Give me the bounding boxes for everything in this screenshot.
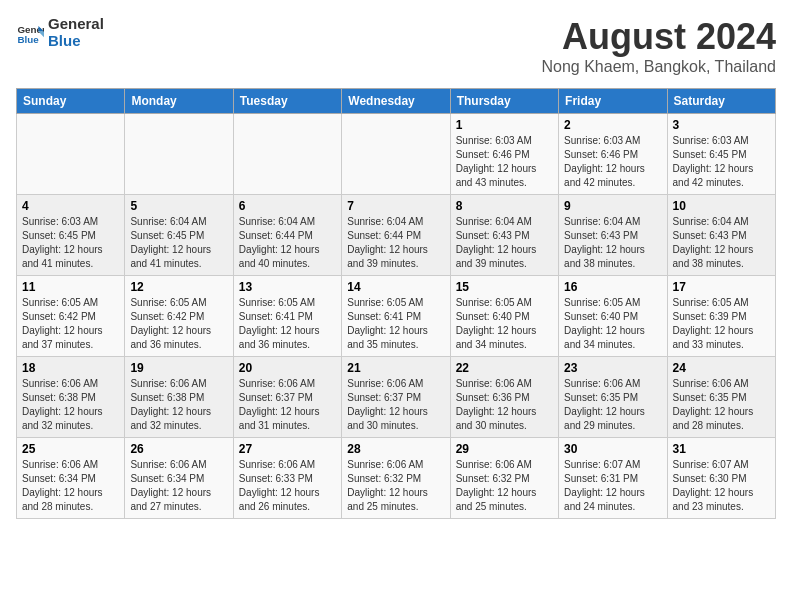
day-number: 2	[564, 118, 661, 132]
day-info: Sunrise: 6:07 AM Sunset: 6:30 PM Dayligh…	[673, 458, 770, 514]
day-cell: 22Sunrise: 6:06 AM Sunset: 6:36 PM Dayli…	[450, 357, 558, 438]
day-number: 19	[130, 361, 227, 375]
header: General Blue General Blue August 2024 No…	[16, 16, 776, 76]
day-number: 1	[456, 118, 553, 132]
day-number: 25	[22, 442, 119, 456]
calendar-title: August 2024	[541, 16, 776, 58]
day-cell	[17, 114, 125, 195]
day-info: Sunrise: 6:03 AM Sunset: 6:46 PM Dayligh…	[456, 134, 553, 190]
day-number: 4	[22, 199, 119, 213]
day-cell: 4Sunrise: 6:03 AM Sunset: 6:45 PM Daylig…	[17, 195, 125, 276]
day-number: 6	[239, 199, 336, 213]
day-info: Sunrise: 6:05 AM Sunset: 6:40 PM Dayligh…	[456, 296, 553, 352]
day-number: 13	[239, 280, 336, 294]
day-number: 18	[22, 361, 119, 375]
week-row-5: 25Sunrise: 6:06 AM Sunset: 6:34 PM Dayli…	[17, 438, 776, 519]
day-info: Sunrise: 6:06 AM Sunset: 6:32 PM Dayligh…	[456, 458, 553, 514]
day-cell: 5Sunrise: 6:04 AM Sunset: 6:45 PM Daylig…	[125, 195, 233, 276]
day-info: Sunrise: 6:03 AM Sunset: 6:46 PM Dayligh…	[564, 134, 661, 190]
day-number: 9	[564, 199, 661, 213]
day-cell: 11Sunrise: 6:05 AM Sunset: 6:42 PM Dayli…	[17, 276, 125, 357]
day-cell: 21Sunrise: 6:06 AM Sunset: 6:37 PM Dayli…	[342, 357, 450, 438]
weekday-header-monday: Monday	[125, 89, 233, 114]
day-info: Sunrise: 6:06 AM Sunset: 6:36 PM Dayligh…	[456, 377, 553, 433]
day-number: 8	[456, 199, 553, 213]
day-info: Sunrise: 6:05 AM Sunset: 6:40 PM Dayligh…	[564, 296, 661, 352]
day-info: Sunrise: 6:06 AM Sunset: 6:33 PM Dayligh…	[239, 458, 336, 514]
calendar-subtitle: Nong Khaem, Bangkok, Thailand	[541, 58, 776, 76]
weekday-header-friday: Friday	[559, 89, 667, 114]
day-cell: 1Sunrise: 6:03 AM Sunset: 6:46 PM Daylig…	[450, 114, 558, 195]
day-number: 22	[456, 361, 553, 375]
day-number: 10	[673, 199, 770, 213]
title-section: August 2024 Nong Khaem, Bangkok, Thailan…	[541, 16, 776, 76]
day-info: Sunrise: 6:05 AM Sunset: 6:41 PM Dayligh…	[239, 296, 336, 352]
day-number: 14	[347, 280, 444, 294]
calendar-table: SundayMondayTuesdayWednesdayThursdayFrid…	[16, 88, 776, 519]
day-cell: 23Sunrise: 6:06 AM Sunset: 6:35 PM Dayli…	[559, 357, 667, 438]
day-cell	[342, 114, 450, 195]
day-cell: 27Sunrise: 6:06 AM Sunset: 6:33 PM Dayli…	[233, 438, 341, 519]
day-info: Sunrise: 6:05 AM Sunset: 6:42 PM Dayligh…	[22, 296, 119, 352]
day-info: Sunrise: 6:03 AM Sunset: 6:45 PM Dayligh…	[673, 134, 770, 190]
day-cell: 3Sunrise: 6:03 AM Sunset: 6:45 PM Daylig…	[667, 114, 775, 195]
day-info: Sunrise: 6:06 AM Sunset: 6:37 PM Dayligh…	[347, 377, 444, 433]
day-number: 23	[564, 361, 661, 375]
day-info: Sunrise: 6:06 AM Sunset: 6:38 PM Dayligh…	[130, 377, 227, 433]
day-cell: 18Sunrise: 6:06 AM Sunset: 6:38 PM Dayli…	[17, 357, 125, 438]
day-number: 16	[564, 280, 661, 294]
day-number: 5	[130, 199, 227, 213]
weekday-header-wednesday: Wednesday	[342, 89, 450, 114]
day-number: 31	[673, 442, 770, 456]
day-number: 29	[456, 442, 553, 456]
day-number: 11	[22, 280, 119, 294]
day-cell: 28Sunrise: 6:06 AM Sunset: 6:32 PM Dayli…	[342, 438, 450, 519]
day-cell: 9Sunrise: 6:04 AM Sunset: 6:43 PM Daylig…	[559, 195, 667, 276]
day-cell	[125, 114, 233, 195]
logo: General Blue General Blue	[16, 16, 104, 49]
day-cell: 16Sunrise: 6:05 AM Sunset: 6:40 PM Dayli…	[559, 276, 667, 357]
day-cell: 30Sunrise: 6:07 AM Sunset: 6:31 PM Dayli…	[559, 438, 667, 519]
day-info: Sunrise: 6:04 AM Sunset: 6:44 PM Dayligh…	[239, 215, 336, 271]
day-number: 26	[130, 442, 227, 456]
day-info: Sunrise: 6:04 AM Sunset: 6:43 PM Dayligh…	[564, 215, 661, 271]
weekday-header-tuesday: Tuesday	[233, 89, 341, 114]
weekday-header-saturday: Saturday	[667, 89, 775, 114]
day-info: Sunrise: 6:06 AM Sunset: 6:37 PM Dayligh…	[239, 377, 336, 433]
day-number: 15	[456, 280, 553, 294]
day-cell: 17Sunrise: 6:05 AM Sunset: 6:39 PM Dayli…	[667, 276, 775, 357]
day-info: Sunrise: 6:06 AM Sunset: 6:35 PM Dayligh…	[673, 377, 770, 433]
day-info: Sunrise: 6:06 AM Sunset: 6:38 PM Dayligh…	[22, 377, 119, 433]
week-row-4: 18Sunrise: 6:06 AM Sunset: 6:38 PM Dayli…	[17, 357, 776, 438]
day-info: Sunrise: 6:03 AM Sunset: 6:45 PM Dayligh…	[22, 215, 119, 271]
day-cell: 31Sunrise: 6:07 AM Sunset: 6:30 PM Dayli…	[667, 438, 775, 519]
week-row-1: 1Sunrise: 6:03 AM Sunset: 6:46 PM Daylig…	[17, 114, 776, 195]
day-info: Sunrise: 6:04 AM Sunset: 6:43 PM Dayligh…	[456, 215, 553, 271]
day-number: 3	[673, 118, 770, 132]
day-cell: 25Sunrise: 6:06 AM Sunset: 6:34 PM Dayli…	[17, 438, 125, 519]
week-row-2: 4Sunrise: 6:03 AM Sunset: 6:45 PM Daylig…	[17, 195, 776, 276]
weekday-header-thursday: Thursday	[450, 89, 558, 114]
day-info: Sunrise: 6:06 AM Sunset: 6:34 PM Dayligh…	[130, 458, 227, 514]
logo-general: General	[48, 16, 104, 33]
day-info: Sunrise: 6:05 AM Sunset: 6:42 PM Dayligh…	[130, 296, 227, 352]
day-number: 28	[347, 442, 444, 456]
logo-icon: General Blue	[16, 19, 44, 47]
day-number: 21	[347, 361, 444, 375]
day-cell: 7Sunrise: 6:04 AM Sunset: 6:44 PM Daylig…	[342, 195, 450, 276]
day-cell: 12Sunrise: 6:05 AM Sunset: 6:42 PM Dayli…	[125, 276, 233, 357]
day-cell: 13Sunrise: 6:05 AM Sunset: 6:41 PM Dayli…	[233, 276, 341, 357]
day-info: Sunrise: 6:05 AM Sunset: 6:41 PM Dayligh…	[347, 296, 444, 352]
day-number: 27	[239, 442, 336, 456]
day-cell: 6Sunrise: 6:04 AM Sunset: 6:44 PM Daylig…	[233, 195, 341, 276]
day-info: Sunrise: 6:06 AM Sunset: 6:32 PM Dayligh…	[347, 458, 444, 514]
day-cell	[233, 114, 341, 195]
day-cell: 29Sunrise: 6:06 AM Sunset: 6:32 PM Dayli…	[450, 438, 558, 519]
svg-text:Blue: Blue	[17, 33, 39, 44]
day-info: Sunrise: 6:04 AM Sunset: 6:45 PM Dayligh…	[130, 215, 227, 271]
weekday-header-sunday: Sunday	[17, 89, 125, 114]
day-info: Sunrise: 6:06 AM Sunset: 6:34 PM Dayligh…	[22, 458, 119, 514]
day-number: 30	[564, 442, 661, 456]
day-cell: 10Sunrise: 6:04 AM Sunset: 6:43 PM Dayli…	[667, 195, 775, 276]
day-number: 12	[130, 280, 227, 294]
